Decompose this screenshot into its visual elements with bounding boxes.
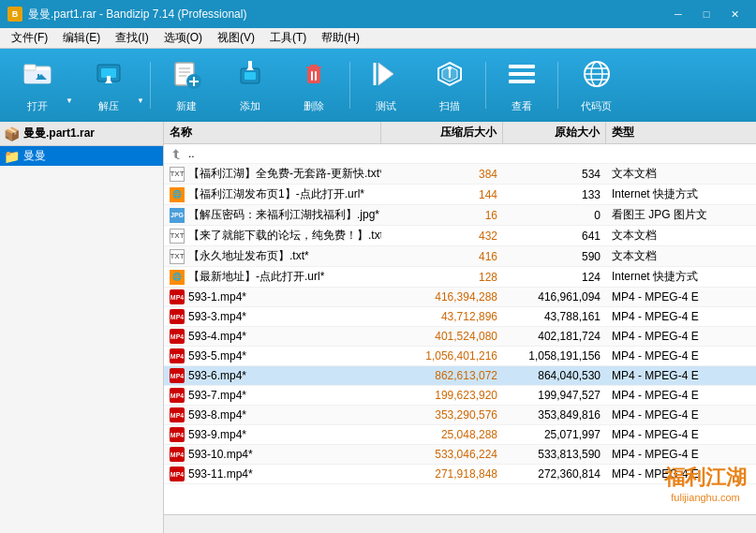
table-row[interactable]: MP4 593-8.mp4* 353,290,576 353,849,816 M… [164,406,756,425]
table-row[interactable]: MP4 593-10.mp4* 533,046,224 533,813,590 … [164,445,756,465]
mp4-icon: MP4 [170,368,185,383]
toolbar-codepage-button[interactable]: 代码页 [564,53,630,117]
file-type: MP4 - MPEG-4 E [606,387,756,404]
file-original-size: 641 [503,228,606,244]
file-original-size: 124 [503,269,606,286]
svg-rect-23 [311,71,313,81]
file-name: JPG 【解压密码：来福利江湖找福利】.jpg* [164,205,381,225]
col-compressed[interactable]: 压缩后大小 [381,122,503,143]
menu-options[interactable]: 选项(O) [156,28,210,48]
add-label: 添加 [240,99,260,113]
mp4-icon: MP4 [170,289,185,304]
file-type: MP4 - MPEG-4 E [606,328,756,345]
toolbar-test-button[interactable]: 测试 [356,53,416,117]
folder-label: 曼曼 [23,148,46,164]
toolbar-add-button[interactable]: 添加 [220,53,280,117]
file-compressed-size: 199,623,920 [381,387,503,404]
file-compressed-size: 353,290,576 [381,407,503,423]
file-compressed-size: 25,048,288 [381,426,503,443]
svg-rect-20 [306,67,321,68]
extract-icon [92,57,126,96]
table-row[interactable]: TXT 【福利江湖】全免费-无套路-更新快.txt* 384 534 文本文档 [164,164,756,185]
col-name[interactable]: 名称 [164,122,381,143]
toolbar-delete-button[interactable]: 删除 [284,53,344,117]
table-row[interactable]: MP4 593-1.mp4* 416,394,288 416,961,094 M… [164,288,756,307]
parent-dir-icon: ⮬ [170,146,185,161]
file-compressed-size: 43,712,896 [381,308,503,325]
file-type: MP4 - MPEG-4 E [606,348,756,364]
svg-point-28 [448,67,452,70]
menu-view[interactable]: 视图(V) [210,28,262,48]
file-name: TXT 【来了就能下载的论坛，纯免费！】.txt* [164,226,381,245]
table-row[interactable]: MP4 593-9.mp4* 25,048,288 25,071,997 MP4… [164,425,756,445]
file-list[interactable]: ⮬ .. TXT 【福利江湖】全免费-无套路-更新快.txt* 384 534 … [164,144,756,514]
status-text [170,519,172,530]
close-button[interactable]: ✕ [720,0,749,28]
toolbar-view-button[interactable]: 查看 [492,53,552,117]
maximize-button[interactable]: □ [692,0,720,28]
file-name: MP4 593-11.mp4* [164,465,381,483]
table-row[interactable]: ⮬ .. [164,144,756,164]
menu-edit[interactable]: 编辑(E) [55,28,108,48]
table-row[interactable]: MP4 593-5.mp4* 1,056,401,216 1,058,191,1… [164,347,756,366]
folder-icon: 📁 [4,149,20,164]
file-type: 文本文档 [606,164,756,184]
left-panel: 📦 曼曼.part1.rar 📁 曼曼 [0,122,164,533]
file-type: MP4 - MPEG-4 E [606,446,756,463]
file-compressed-size: 533,046,224 [381,446,503,463]
delete-icon [297,57,331,96]
menu-help[interactable]: 帮助(H) [314,28,367,48]
file-original-size: 533,813,590 [503,446,606,463]
window-title: 曼曼.part1.rar - Bandizip 7.14 (Profession… [28,7,246,22]
svg-rect-8 [107,76,111,83]
toolbar-new-button[interactable]: 新建 [156,53,216,117]
file-compressed-size: 128 [381,269,503,286]
tree-item-manman[interactable]: 📁 曼曼 [0,146,163,166]
file-type [606,152,756,155]
table-row[interactable]: TXT 【永久地址发布页】.txt* 416 590 文本文档 [164,246,756,267]
file-name: MP4 593-6.mp4* [164,366,381,385]
title-bar: B 曼曼.part1.rar - Bandizip 7.14 (Professi… [0,0,756,28]
table-row[interactable]: MP4 593-3.mp4* 43,712,896 43,788,161 MP4… [164,307,756,327]
extract-arrow[interactable]: ▼ [137,96,144,105]
minimize-button[interactable]: ─ [664,0,692,28]
table-row[interactable]: MP4 593-7.mp4* 199,623,920 199,947,527 M… [164,386,756,406]
table-row[interactable]: 🌐 【福利江湖发布页1】-点此打开.url* 144 133 Internet … [164,185,756,205]
table-row[interactable]: MP4 593-4.mp4* 401,524,080 402,181,724 M… [164,327,756,347]
table-row[interactable]: MP4 593-11.mp4* 271,918,848 272,360,814 … [164,465,756,484]
txt-icon: TXT [170,229,185,244]
svg-rect-17 [245,72,256,80]
table-row[interactable]: MP4 593-6.mp4* 862,613,072 864,040,530 M… [164,366,756,386]
table-row[interactable]: 🌐 【最新地址】-点此打开.url* 128 124 Internet 快捷方式 [164,267,756,288]
file-compressed-size: 144 [381,186,503,203]
file-original-size: 353,849,816 [503,407,606,423]
col-original[interactable]: 原始大小 [503,122,606,143]
file-original-size: 272,360,814 [503,466,606,482]
toolbar-scan-button[interactable]: 扫描 [420,53,480,117]
svg-rect-22 [307,68,320,83]
menu-find[interactable]: 查找(I) [108,28,156,48]
open-arrow[interactable]: ▼ [66,96,73,105]
menu-file[interactable]: 文件(F) [4,28,55,48]
file-name: MP4 593-4.mp4* [164,327,381,346]
table-row[interactable]: JPG 【解压密码：来福利江湖找福利】.jpg* 16 0 看图王 JPG 图片… [164,205,756,226]
table-row[interactable]: TXT 【来了就能下载的论坛，纯免费！】.txt* 432 641 文本文档 [164,226,756,246]
file-name: MP4 593-8.mp4* [164,406,381,424]
toolbar-extract-button[interactable]: 解压 [79,53,139,117]
open-label: 打开 [27,99,48,113]
file-original-size: 0 [503,207,606,224]
extract-label: 解压 [98,99,119,113]
file-original-size: 133 [503,186,606,203]
tb-separator-3 [485,62,486,109]
toolbar-open-button[interactable]: 打开 [7,53,67,117]
toolbar: 打开 ▼ 解压 ▼ 新建 [0,49,756,122]
mp4-icon: MP4 [170,309,185,324]
open-icon [21,57,54,96]
file-compressed-size: 401,524,080 [381,328,503,345]
menu-tools[interactable]: 工具(T) [262,28,314,48]
mp4-icon: MP4 [170,427,185,442]
codepage-icon [580,57,614,96]
svg-rect-4 [37,74,39,80]
file-name: ⮬ .. [164,144,381,163]
col-type[interactable]: 类型 [606,122,756,143]
